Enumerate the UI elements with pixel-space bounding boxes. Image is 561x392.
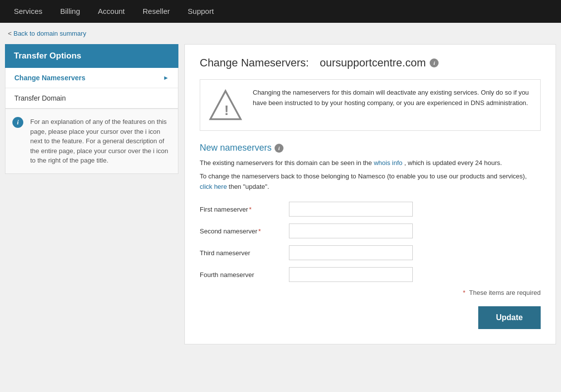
sidebar-menu: Change Nameservers ► Transfer Domain [5, 68, 178, 109]
desc-line1-suffix: , which is updated every 24 hours. [404, 159, 502, 167]
click-here-link[interactable]: click here [200, 183, 227, 190]
fourth-nameserver-input[interactable] [289, 267, 413, 282]
required-note: * These items are required [200, 289, 541, 296]
section-info-icon[interactable]: i [275, 144, 283, 153]
sidebar-info-text: For an explanation of any of the feature… [30, 118, 168, 164]
breadcrumb: < Back to domain summary [0, 23, 561, 44]
nav-billing[interactable]: Billing [52, 0, 89, 23]
sidebar-item-change-nameservers-label: Change Nameservers [14, 74, 85, 82]
nameserver-form: First nameserver* Second nameserver* Thi… [200, 202, 541, 329]
whois-info-link[interactable]: whois info [374, 159, 402, 167]
first-nameserver-row: First nameserver* [200, 202, 541, 217]
sidebar-item-transfer-domain[interactable]: Transfer Domain [5, 88, 178, 109]
svg-text:!: ! [224, 103, 228, 118]
warning-text: Changing the nameservers for this domain… [253, 88, 532, 109]
first-nameserver-label: First nameserver* [200, 206, 289, 213]
page-title: Change Nameservers: oursupportcentre.com… [200, 56, 541, 69]
title-info-icon[interactable]: i [430, 58, 439, 67]
desc-line1: The existing nameservers for this domain… [200, 158, 541, 168]
third-nameserver-input[interactable] [289, 245, 413, 260]
third-nameserver-label: Third nameserver [200, 249, 289, 257]
required-note-text: These items are required [469, 289, 541, 296]
desc-line2-prefix: To change the nameservers back to those … [200, 172, 527, 180]
page-title-domain: oursupportcentre.com [320, 56, 426, 69]
fourth-nameserver-row: Fourth nameserver [200, 267, 541, 282]
first-nameserver-required-star: * [249, 206, 252, 213]
nav-services[interactable]: Services [5, 0, 52, 23]
page-title-prefix: Change Nameservers: [200, 56, 309, 69]
desc-line2: To change the nameservers back to those … [200, 171, 541, 192]
nav-reseller[interactable]: Reseller [134, 0, 179, 23]
required-note-star: * [463, 289, 465, 296]
sidebar: Transfer Options Change Nameservers ► Tr… [5, 44, 178, 174]
sidebar-info-box: i For an explanation of any of the featu… [5, 109, 178, 174]
main-layout: Transfer Options Change Nameservers ► Tr… [0, 44, 561, 354]
section-title: New nameservers i [200, 143, 541, 153]
desc-line2-suffix: then "update". [229, 183, 270, 190]
first-nameserver-input[interactable] [289, 202, 413, 217]
nav-account[interactable]: Account [89, 0, 134, 23]
second-nameserver-label: Second nameserver* [200, 227, 289, 235]
sidebar-item-change-nameservers[interactable]: Change Nameservers ► [5, 68, 178, 88]
top-navigation: Services Billing Account Reseller Suppor… [0, 0, 561, 23]
fourth-nameserver-label: Fourth nameserver [200, 271, 289, 279]
warning-triangle-icon: ! [208, 88, 243, 122]
second-nameserver-row: Second nameserver* [200, 224, 541, 238]
desc-line1-prefix: The existing nameservers for this domain… [200, 159, 372, 167]
update-button[interactable]: Update [478, 306, 541, 329]
third-nameserver-row: Third nameserver [200, 245, 541, 260]
nav-support[interactable]: Support [179, 0, 223, 23]
chevron-right-icon: ► [163, 74, 169, 81]
back-to-domain-link[interactable]: Back to domain summary [13, 30, 86, 37]
warning-box: ! Changing the nameservers for this doma… [200, 79, 541, 131]
second-nameserver-required-star: * [258, 227, 261, 235]
section-title-text: New nameservers [200, 143, 272, 153]
sidebar-item-transfer-domain-label: Transfer Domain [14, 94, 66, 102]
main-content: Change Nameservers: oursupportcentre.com… [184, 44, 556, 344]
breadcrumb-prefix: < [8, 30, 12, 37]
sidebar-title: Transfer Options [5, 44, 178, 68]
info-icon: i [12, 117, 23, 128]
second-nameserver-input[interactable] [289, 224, 413, 238]
